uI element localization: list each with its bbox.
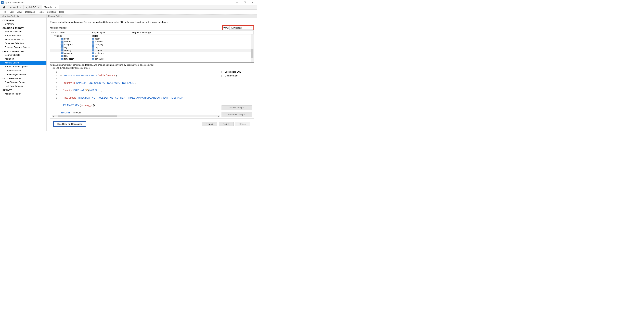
view-select[interactable]: All Objects	[229, 26, 253, 30]
grid-scrollbar[interactable]	[251, 34, 254, 62]
tab-myjoliedb[interactable]: MyJolieDB✕	[24, 5, 42, 10]
code-hscrollbar[interactable]: ◀ ▶	[52, 115, 220, 117]
expand-icon[interactable]	[60, 41, 60, 42]
expand-icon[interactable]	[60, 52, 60, 54]
cell-text: category	[95, 43, 103, 46]
cell-text: customer	[64, 52, 73, 54]
task-heading: REPORT	[0, 88, 46, 92]
sql-script-fieldset: SQL CREATE Script for Selected Object 12…	[50, 67, 254, 119]
expand-icon[interactable]	[60, 58, 60, 60]
task-item-schemas-selection[interactable]: Schemas Selection	[0, 41, 46, 45]
cell-text: country	[64, 49, 72, 52]
table-icon	[61, 49, 64, 52]
expand-icon[interactable]	[60, 55, 60, 57]
table-icon	[61, 58, 64, 60]
minimize-button[interactable]: —	[233, 0, 241, 5]
migration-task-sidebar: Migration Task List OVERVIEWOverviewSOUR…	[0, 14, 46, 131]
hscroll-left-arrow[interactable]: ◀	[52, 116, 55, 117]
task-item-bulk-data-transfer[interactable]: Bulk Data Transfer	[0, 84, 46, 88]
menu-file[interactable]: File	[1, 10, 8, 14]
rename-hint: You can rename target schemas and tables…	[50, 64, 254, 66]
menu-tools[interactable]: Tools	[37, 10, 46, 14]
table-icon	[92, 40, 94, 43]
task-item-manual-editing[interactable]: Manual Editing	[0, 61, 46, 65]
grid-row[interactable]: citycity	[50, 46, 254, 49]
discard-changes-button[interactable]: Discard Changes	[222, 112, 252, 117]
grid-row[interactable]: addressaddress	[50, 40, 254, 43]
tab-label: azmysql	[10, 6, 18, 8]
task-item-create-schemas[interactable]: Create Schemas	[0, 68, 46, 72]
grid-row[interactable]: categorycategory	[50, 43, 254, 46]
line-gutter: 12345678	[52, 70, 58, 117]
task-item-source-objects[interactable]: Source Objects	[0, 53, 46, 57]
cell-text: actor	[95, 38, 100, 40]
cell-text: address	[64, 40, 72, 43]
menu-database[interactable]: Database	[24, 10, 37, 14]
view-label: View:	[223, 26, 229, 29]
maximize-button[interactable]: ☐	[241, 0, 249, 5]
app-icon	[1, 1, 4, 4]
grid-row[interactable]: film_actorfilm_actor	[50, 58, 254, 60]
task-heading: OBJECT MIGRATION	[0, 49, 46, 53]
grid-header[interactable]: Source Object	[50, 31, 91, 34]
back-button[interactable]: < Back	[202, 122, 217, 126]
grid-scrollbar-thumb[interactable]	[251, 49, 254, 58]
hide-code-button[interactable]: Hide Code and Messages	[53, 121, 86, 126]
cancel-button[interactable]: Cancel	[235, 122, 250, 126]
table-icon	[92, 52, 94, 54]
grid-row[interactable]: customercustomer	[50, 52, 254, 54]
expand-icon[interactable]	[60, 50, 60, 51]
task-item-migration[interactable]: Migration	[0, 57, 46, 61]
tab-azmysql[interactable]: azmysql✕	[8, 5, 24, 10]
main-panel: Manual Editing Review and edit migrated …	[46, 14, 257, 131]
next-button[interactable]: Next >	[219, 122, 234, 126]
task-item-source-selection[interactable]: Source Selection	[0, 30, 46, 34]
task-heading: SOURCE & TARGET	[0, 26, 46, 30]
close-tab-icon[interactable]: ✕	[20, 6, 22, 8]
table-icon	[92, 44, 94, 46]
sql-editor[interactable]: 12345678 ⊖ CREATE TABLE IF NOT EXISTS `s…	[52, 70, 220, 117]
grid-header[interactable]: Target Object	[91, 31, 131, 34]
comment-out-checkbox[interactable]: Comment out	[222, 74, 252, 77]
table-icon	[92, 58, 94, 60]
code-content[interactable]: ⊖ CREATE TABLE IF NOT EXISTS `sakila`.`c…	[58, 70, 220, 117]
task-item-fetch-schemas-list[interactable]: Fetch Schemas List	[0, 38, 46, 41]
cell-text: film	[95, 55, 98, 57]
close-window-button[interactable]: ✕	[249, 0, 256, 5]
apply-changes-button[interactable]: Apply Changes	[222, 105, 252, 110]
expand-icon[interactable]	[60, 38, 60, 40]
grid-row[interactable]: filmfilm	[50, 54, 254, 58]
close-tab-icon[interactable]: ✕	[38, 6, 40, 8]
hscroll-thumb[interactable]	[58, 116, 117, 117]
expand-icon[interactable]	[60, 44, 60, 45]
close-tab-icon[interactable]: ✕	[55, 6, 57, 8]
task-item-target-selection[interactable]: Target Selection	[0, 34, 46, 38]
menu-view[interactable]: View	[15, 10, 24, 14]
task-item-migration-report[interactable]: Migration Report	[0, 92, 46, 96]
tab-label: MyJolieDB	[26, 6, 36, 8]
table-icon	[92, 46, 94, 48]
task-item-reverse-engineer-source[interactable]: Reverse Engineer Source	[0, 45, 46, 49]
tab-migration[interactable]: Migration✕	[42, 5, 59, 9]
menu-help[interactable]: Help	[58, 10, 66, 14]
menu-edit[interactable]: Edit	[8, 10, 15, 14]
task-item-target-creation-options[interactable]: Target Creation Options	[0, 65, 46, 68]
grid-row[interactable]: countrycountry	[50, 49, 254, 52]
table-icon	[61, 38, 64, 40]
task-item-data-transfer-setup[interactable]: Data Transfer Setup	[0, 80, 46, 84]
table-icon	[61, 55, 64, 57]
expand-icon[interactable]	[54, 36, 56, 36]
menu-scripting[interactable]: Scripting	[45, 10, 58, 14]
grid-row-root[interactable]: TablesTables	[50, 34, 254, 38]
table-icon	[61, 44, 64, 46]
cell-text: actor	[64, 38, 69, 40]
home-tab[interactable]	[1, 5, 8, 10]
lock-sql-checkbox[interactable]: Lock edited SQL	[222, 70, 252, 73]
grid-header[interactable]: Migration Message	[131, 31, 192, 34]
migrated-objects-grid[interactable]: Source ObjectTarget ObjectMigration Mess…	[50, 30, 254, 62]
hscroll-right-arrow[interactable]: ▶	[217, 116, 220, 117]
task-item-create-target-results[interactable]: Create Target Results	[0, 72, 46, 76]
grid-row[interactable]: actoractor	[50, 37, 254, 40]
task-item-overview[interactable]: Overview	[0, 22, 46, 26]
expand-icon[interactable]	[60, 47, 60, 48]
